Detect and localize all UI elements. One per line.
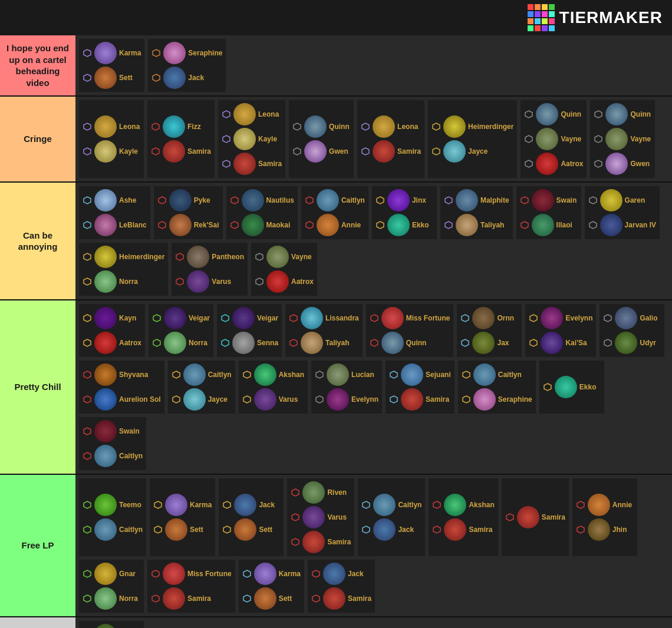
svg-marker-88: [433, 526, 440, 533]
svg-marker-75: [84, 452, 91, 460]
champ-group-cartel-0: Karma Sett: [79, 39, 144, 92]
tier-label-annoying: Can be annoying: [0, 183, 75, 299]
role-icon: [175, 277, 185, 286]
champ-item-cringe-6-0: Quinn: [522, 102, 585, 127]
role-icon: [594, 134, 603, 144]
champ-item-annoying-4-1: Ekko: [374, 213, 435, 237]
champ-item-annoying-6-0: Swain: [518, 188, 579, 213]
header: TiERMAKER: [0, 0, 672, 35]
champion-name-annie: Annie: [341, 221, 361, 229]
champ-item-annoying-6-1: Illaoi: [518, 213, 579, 237]
champ-item-freelp-4-0: Caitlyn: [360, 493, 423, 517]
champion-name-leona: Leona: [119, 123, 140, 131]
champ-item-cringe-1-0: Fizz: [149, 114, 213, 139]
svg-marker-86: [363, 526, 370, 533]
champ-group-annoying-8: Heimerdinger Norra: [79, 243, 168, 296]
svg-marker-68: [316, 396, 323, 403]
champion-portrait-jack: [373, 518, 396, 541]
champion-portrait-samira: [163, 587, 185, 610]
champion-name-gnar: Gnar: [119, 570, 136, 578]
champion-portrait-annie: [317, 214, 339, 236]
role-icon: [83, 500, 92, 510]
champ-item-chill-2-0: Veigar: [219, 306, 280, 330]
champion-portrait-jhin: [588, 518, 610, 541]
tier-row-annoying: Can be annoying Ashe LeBlanc Pyke Rek'Sa…: [0, 183, 672, 300]
champ-item-chill-13-0: Caitlyn: [460, 362, 534, 387]
role-icon: [292, 122, 302, 131]
champion-portrait-vayne: [605, 128, 628, 150]
champion-name-caitlyn: Caitlyn: [119, 452, 143, 460]
champ-group-cringe-4: Leona Samira: [357, 100, 424, 178]
role-icon: [292, 147, 302, 156]
champ-item-freelp-1-1: Sett: [151, 517, 213, 542]
svg-marker-37: [589, 197, 597, 204]
svg-marker-91: [577, 526, 584, 533]
champion-portrait-teemo: [94, 494, 117, 516]
svg-marker-87: [433, 501, 440, 508]
champ-item-chill-9-1: Jayce: [170, 387, 233, 412]
champ-item-chill-4-0: Miss Fortune: [368, 306, 452, 330]
role-icon: [220, 338, 230, 348]
champion-name-heimerdinger: Heimerdinger: [119, 253, 164, 261]
svg-marker-52: [290, 339, 297, 346]
svg-marker-39: [84, 253, 91, 260]
champ-item-freelp-4-1: Jack: [360, 517, 423, 542]
champ-group-cringe-6: Quinn Vayne Aatrox: [521, 100, 587, 178]
svg-marker-38: [589, 222, 597, 229]
tier-row-freelp: Free LP Teemo Caitlyn Karma Sett Jack Se…: [0, 475, 672, 617]
champion-portrait-ornn: [472, 307, 495, 329]
svg-marker-33: [445, 197, 452, 204]
svg-marker-18: [525, 135, 532, 143]
champ-group-chill-13: Caitlyn Seraphine: [458, 361, 536, 414]
champion-name-illaoi: Illaoi: [556, 221, 572, 229]
role-icon: [588, 220, 598, 230]
champ-item-freelp-0-0: Teemo: [81, 493, 144, 517]
champion-name-jhin: Jhin: [612, 525, 627, 534]
svg-marker-48: [153, 339, 160, 346]
champ-item-chill-5-0: Ornn: [459, 306, 520, 330]
svg-marker-31: [377, 197, 384, 204]
champion-portrait-aurelionsol: [94, 388, 117, 411]
champion-portrait-norra: [94, 587, 117, 610]
champion-portrait-sett: [165, 518, 187, 541]
role-icon: [289, 338, 298, 348]
svg-marker-7: [152, 148, 159, 155]
champion-name-aatrox: Aatrox: [291, 277, 314, 286]
champion-name-jayce: Jayce: [208, 395, 228, 404]
champ-item-chill-14-0: Ekko: [541, 375, 602, 399]
champion-name-sett: Sett: [279, 594, 292, 603]
role-icon: [83, 594, 92, 603]
champ-group-chill-9: Caitlyn Jayce: [168, 361, 235, 414]
role-icon: [462, 395, 471, 404]
role-icon: [83, 370, 92, 379]
role-icon: [460, 338, 470, 348]
champion-portrait-jack: [163, 67, 186, 89]
champion-name-taliyah: Taliyah: [480, 221, 504, 229]
champion-name-quinn: Quinn: [630, 110, 651, 118]
champion-name-samira: Samira: [327, 538, 351, 546]
role-icon: [520, 196, 529, 205]
champ-item-cringe-0-0: Leona: [81, 114, 142, 139]
champion-name-samira: Samira: [187, 594, 211, 603]
champion-name-caitlyn: Caitlyn: [341, 196, 365, 204]
tier-row-notreal: Not Real Udyr Jack: [0, 617, 672, 628]
role-icon: [83, 147, 92, 156]
svg-marker-67: [316, 371, 323, 378]
tier-label-chill: Pretty Chill: [0, 300, 75, 474]
champ-item-cringe-2-0: Leona: [220, 102, 284, 127]
champ-item-chill-10-1: Varus: [241, 387, 306, 412]
role-icon: [315, 395, 324, 404]
champ-group-chill-14: Ekko: [539, 361, 604, 414]
champion-name-ashe: Ashe: [119, 196, 136, 204]
champion-name-jax: Jax: [497, 339, 509, 347]
logo: TiERMAKER: [528, 4, 663, 31]
champ-item-annoying-7-0: Garen: [587, 188, 658, 213]
svg-marker-79: [154, 526, 162, 533]
champion-portrait-jarvaniv: [600, 214, 622, 236]
champion-portrait-senna: [232, 332, 255, 354]
logo-text: TiERMAKER: [559, 8, 663, 27]
champ-item-cringe-5-0: Heimerdinger: [430, 114, 515, 139]
svg-marker-95: [152, 595, 159, 602]
champ-item-cringe-2-2: Samira: [220, 151, 284, 176]
role-icon: [83, 220, 92, 230]
